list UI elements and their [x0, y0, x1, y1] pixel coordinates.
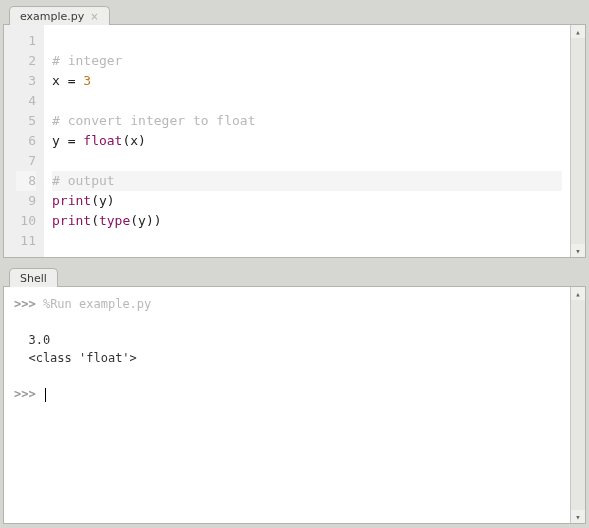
line-number: 7	[16, 151, 36, 171]
editor-body[interactable]: 1234567891011 # integerx = 3 # convert i…	[4, 25, 570, 257]
line-number: 3	[16, 71, 36, 91]
shell-tab[interactable]: Shell	[9, 268, 58, 287]
code-line[interactable]: x = 3	[52, 71, 562, 91]
code-line[interactable]: # output	[52, 171, 562, 191]
shell-line	[14, 313, 560, 331]
line-number: 4	[16, 91, 36, 111]
shell-line	[14, 367, 560, 385]
line-number: 11	[16, 231, 36, 251]
code-line[interactable]: # integer	[52, 51, 562, 71]
shell-tab-bar: Shell	[3, 266, 586, 286]
line-number: 5	[16, 111, 36, 131]
editor-tab[interactable]: example.py ×	[9, 6, 110, 25]
code-line[interactable]: print(y)	[52, 191, 562, 211]
shell-line: <class 'float'>	[14, 349, 560, 367]
scroll-down-icon[interactable]: ▾	[571, 244, 585, 257]
code-line[interactable]: print(type(y))	[52, 211, 562, 231]
shell-tab-label: Shell	[20, 272, 47, 285]
editor-tab-label: example.py	[20, 10, 84, 23]
close-icon[interactable]: ×	[90, 12, 98, 22]
scroll-down-icon[interactable]: ▾	[571, 510, 585, 523]
line-number: 6	[16, 131, 36, 151]
code-line[interactable]	[52, 31, 562, 51]
editor-tab-bar: example.py ×	[3, 4, 586, 24]
shell-area[interactable]: >>> %Run example.py 3.0 <class 'float'> …	[4, 287, 570, 523]
code-line[interactable]	[52, 231, 562, 251]
shell-prompt-line[interactable]: >>>	[14, 385, 560, 403]
code-line[interactable]: # convert integer to float	[52, 111, 562, 131]
line-number: 1	[16, 31, 36, 51]
code-line[interactable]	[52, 151, 562, 171]
line-number: 8	[16, 171, 36, 191]
editor-pane: example.py × 1234567891011 # integerx = …	[3, 4, 586, 258]
shell-frame: >>> %Run example.py 3.0 <class 'float'> …	[3, 286, 586, 524]
code-area[interactable]: # integerx = 3 # convert integer to floa…	[44, 25, 570, 257]
ide-window: example.py × 1234567891011 # integerx = …	[0, 0, 589, 528]
code-line[interactable]: y = float(x)	[52, 131, 562, 151]
editor-frame: 1234567891011 # integerx = 3 # convert i…	[3, 24, 586, 258]
editor-scrollbar[interactable]: ▴ ▾	[570, 25, 585, 257]
scroll-up-icon[interactable]: ▴	[571, 287, 585, 300]
shell-line: >>> %Run example.py	[14, 295, 560, 313]
shell-line: 3.0	[14, 331, 560, 349]
line-number: 9	[16, 191, 36, 211]
shell-pane: Shell >>> %Run example.py 3.0 <class 'fl…	[3, 266, 586, 524]
cursor	[45, 388, 46, 402]
code-line[interactable]	[52, 91, 562, 111]
line-number: 2	[16, 51, 36, 71]
scroll-up-icon[interactable]: ▴	[571, 25, 585, 38]
line-number: 10	[16, 211, 36, 231]
shell-scrollbar[interactable]: ▴ ▾	[570, 287, 585, 523]
line-number-gutter: 1234567891011	[4, 25, 44, 257]
